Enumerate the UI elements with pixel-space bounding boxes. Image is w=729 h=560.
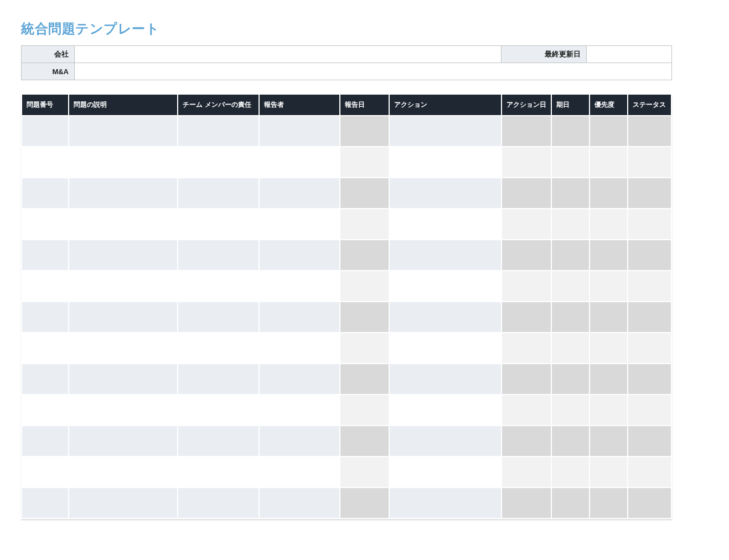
cell-team[interactable] (178, 488, 258, 518)
cell-duedate[interactable] (552, 147, 589, 177)
cell-no[interactable] (22, 426, 68, 456)
cell-actdate[interactable] (502, 488, 550, 518)
cell-no[interactable] (22, 395, 68, 425)
cell-desc[interactable] (69, 488, 177, 518)
cell-actdate[interactable] (502, 333, 550, 363)
cell-repdate[interactable] (340, 426, 389, 456)
cell-repdate[interactable] (340, 488, 389, 518)
cell-desc[interactable] (69, 364, 177, 394)
cell-actdate[interactable] (502, 364, 550, 394)
cell-reporter[interactable] (260, 147, 339, 177)
cell-duedate[interactable] (552, 240, 589, 270)
cell-duedate[interactable] (552, 178, 589, 208)
cell-no[interactable] (22, 457, 68, 487)
cell-desc[interactable] (69, 426, 177, 456)
cell-actdate[interactable] (502, 240, 550, 270)
cell-actdate[interactable] (502, 178, 550, 208)
cell-team[interactable] (178, 395, 258, 425)
cell-reporter[interactable] (260, 457, 339, 487)
info-value-updated[interactable] (587, 46, 672, 63)
cell-duedate[interactable] (552, 364, 589, 394)
cell-desc[interactable] (69, 395, 177, 425)
cell-priority[interactable] (590, 116, 627, 146)
cell-desc[interactable] (69, 271, 177, 301)
cell-repdate[interactable] (340, 364, 389, 394)
cell-status[interactable] (628, 395, 671, 425)
cell-action[interactable] (390, 364, 501, 394)
cell-no[interactable] (22, 364, 68, 394)
cell-status[interactable] (628, 364, 671, 394)
cell-desc[interactable] (69, 302, 177, 332)
cell-no[interactable] (22, 333, 68, 363)
cell-no[interactable] (22, 488, 68, 518)
cell-desc[interactable] (69, 209, 177, 239)
cell-actdate[interactable] (502, 457, 550, 487)
cell-duedate[interactable] (552, 457, 589, 487)
cell-status[interactable] (628, 147, 671, 177)
cell-reporter[interactable] (260, 395, 339, 425)
cell-status[interactable] (628, 457, 671, 487)
cell-status[interactable] (628, 240, 671, 270)
cell-repdate[interactable] (340, 302, 389, 332)
cell-reporter[interactable] (260, 178, 339, 208)
cell-status[interactable] (628, 209, 671, 239)
cell-desc[interactable] (69, 240, 177, 270)
cell-action[interactable] (390, 240, 501, 270)
cell-repdate[interactable] (340, 209, 389, 239)
cell-duedate[interactable] (552, 395, 589, 425)
cell-action[interactable] (390, 116, 501, 146)
cell-actdate[interactable] (502, 209, 550, 239)
cell-duedate[interactable] (552, 209, 589, 239)
cell-no[interactable] (22, 178, 68, 208)
cell-desc[interactable] (69, 147, 177, 177)
cell-no[interactable] (22, 271, 68, 301)
cell-actdate[interactable] (502, 395, 550, 425)
cell-team[interactable] (178, 178, 258, 208)
cell-reporter[interactable] (260, 302, 339, 332)
cell-team[interactable] (178, 271, 258, 301)
cell-action[interactable] (390, 426, 501, 456)
cell-priority[interactable] (590, 364, 627, 394)
cell-reporter[interactable] (260, 426, 339, 456)
cell-desc[interactable] (69, 333, 177, 363)
cell-priority[interactable] (590, 488, 627, 518)
cell-status[interactable] (628, 488, 671, 518)
cell-repdate[interactable] (340, 457, 389, 487)
cell-priority[interactable] (590, 178, 627, 208)
cell-reporter[interactable] (260, 240, 339, 270)
cell-action[interactable] (390, 271, 501, 301)
cell-duedate[interactable] (552, 271, 589, 301)
cell-repdate[interactable] (340, 271, 389, 301)
cell-status[interactable] (628, 271, 671, 301)
cell-team[interactable] (178, 147, 258, 177)
cell-action[interactable] (390, 302, 501, 332)
cell-priority[interactable] (590, 209, 627, 239)
cell-actdate[interactable] (502, 147, 550, 177)
cell-priority[interactable] (590, 240, 627, 270)
info-value-company[interactable] (75, 46, 501, 63)
cell-repdate[interactable] (340, 333, 389, 363)
cell-status[interactable] (628, 302, 671, 332)
cell-reporter[interactable] (260, 209, 339, 239)
cell-team[interactable] (178, 302, 258, 332)
cell-priority[interactable] (590, 333, 627, 363)
cell-no[interactable] (22, 209, 68, 239)
cell-no[interactable] (22, 302, 68, 332)
cell-priority[interactable] (590, 271, 627, 301)
cell-actdate[interactable] (502, 271, 550, 301)
cell-priority[interactable] (590, 302, 627, 332)
cell-team[interactable] (178, 240, 258, 270)
cell-priority[interactable] (590, 426, 627, 456)
cell-priority[interactable] (590, 147, 627, 177)
cell-repdate[interactable] (340, 147, 389, 177)
cell-action[interactable] (390, 178, 501, 208)
cell-repdate[interactable] (340, 240, 389, 270)
cell-status[interactable] (628, 178, 671, 208)
cell-repdate[interactable] (340, 116, 389, 146)
cell-action[interactable] (390, 457, 501, 487)
cell-duedate[interactable] (552, 333, 589, 363)
cell-desc[interactable] (69, 457, 177, 487)
cell-duedate[interactable] (552, 116, 589, 146)
cell-action[interactable] (390, 333, 501, 363)
cell-team[interactable] (178, 116, 258, 146)
